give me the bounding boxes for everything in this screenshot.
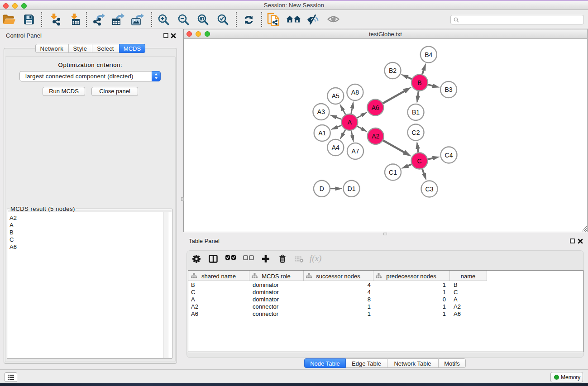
svg-text:D: D <box>320 185 324 192</box>
svg-text:D1: D1 <box>348 185 356 192</box>
svg-text:A5: A5 <box>332 92 339 100</box>
svg-text:A8: A8 <box>351 89 359 96</box>
svg-text:B4: B4 <box>425 51 432 58</box>
svg-text:B: B <box>417 79 421 86</box>
svg-text:A2: A2 <box>372 133 379 140</box>
svg-text:B2: B2 <box>389 67 397 74</box>
svg-text:A3: A3 <box>317 108 325 115</box>
svg-text:C4: C4 <box>445 152 453 159</box>
svg-text:A4: A4 <box>332 144 339 151</box>
svg-text:A7: A7 <box>351 148 359 155</box>
svg-text:C2: C2 <box>412 129 420 136</box>
svg-text:B1: B1 <box>412 109 420 116</box>
svg-text:A: A <box>348 119 352 126</box>
svg-text:C1: C1 <box>389 169 397 176</box>
svg-text:C3: C3 <box>425 186 434 193</box>
svg-text:A1: A1 <box>318 129 326 137</box>
svg-text:B3: B3 <box>445 86 452 93</box>
svg-text:C: C <box>417 157 421 165</box>
svg-text:A6: A6 <box>372 104 379 111</box>
